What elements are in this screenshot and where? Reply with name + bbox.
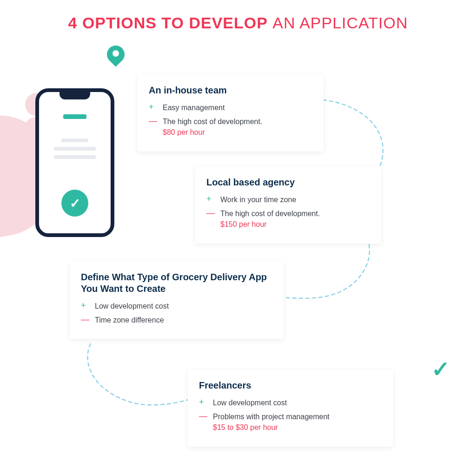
card-inhouse: An in-house team + Easy management — The…	[138, 74, 324, 152]
con-row: — The high cost of development. $80 per …	[149, 117, 312, 138]
price-text: $15 to $30 per hour	[213, 422, 382, 433]
minus-icon: —	[199, 412, 207, 420]
card-define-type: Define What Type of Grocery Delivery App…	[70, 261, 284, 339]
con-text: Time zone difference	[95, 315, 272, 325]
pro-text: Easy management	[163, 103, 312, 113]
pro-text: Work in your time zone	[220, 195, 370, 205]
con-text: The high cost of development. $150 per h…	[220, 209, 370, 230]
check-badge: ✓	[61, 190, 88, 217]
card-heading: Freelancers	[199, 380, 382, 391]
minus-icon: —	[81, 315, 89, 323]
con-row: — Problems with project management $15 t…	[199, 412, 382, 433]
map-pin-icon	[107, 46, 125, 71]
phone-bar	[54, 155, 96, 159]
title-bold: 4 OPTIONS TO DEVELOP	[68, 14, 268, 32]
plus-icon: +	[149, 103, 157, 111]
title-thin: AN APPLICATION	[272, 14, 408, 32]
phone-illustration: ✓	[0, 88, 139, 260]
pro-row: + Work in your time zone	[206, 195, 370, 205]
pro-row: + Low development cost	[81, 301, 272, 311]
pro-row: + Low development cost	[199, 398, 382, 408]
card-freelancers: Freelancers + Low development cost — Pro…	[188, 369, 393, 447]
con-text: Problems with project management $15 to …	[213, 412, 382, 433]
plus-icon: +	[206, 195, 215, 203]
check-icon: ✓	[431, 356, 450, 382]
card-heading: An in-house team	[149, 85, 312, 96]
card-heading: Define What Type of Grocery Delivery App…	[81, 271, 272, 295]
minus-icon: —	[149, 117, 157, 125]
price-text: $80 per hour	[163, 127, 312, 138]
page-title: 4 OPTIONS TO DEVELOP AN APPLICATION	[0, 14, 476, 32]
card-heading: Local based agency	[206, 177, 370, 188]
price-text: $150 per hour	[220, 219, 370, 230]
phone-bar	[61, 138, 88, 142]
plus-icon: +	[81, 301, 89, 310]
phone-notch	[60, 92, 90, 99]
phone-bar	[54, 147, 96, 151]
pro-row: + Easy management	[149, 103, 312, 113]
pro-text: Low development cost	[213, 398, 382, 408]
pro-text: Low development cost	[95, 301, 272, 311]
con-row: — The high cost of development. $150 per…	[206, 209, 370, 230]
minus-icon: —	[206, 209, 215, 217]
phone-bar	[63, 114, 86, 119]
card-local-agency: Local based agency + Work in your time z…	[195, 166, 381, 244]
plus-icon: +	[199, 398, 207, 406]
con-row: — Time zone difference	[81, 315, 272, 325]
con-text: The high cost of development. $80 per ho…	[163, 117, 312, 138]
phone-frame: ✓	[35, 88, 114, 237]
